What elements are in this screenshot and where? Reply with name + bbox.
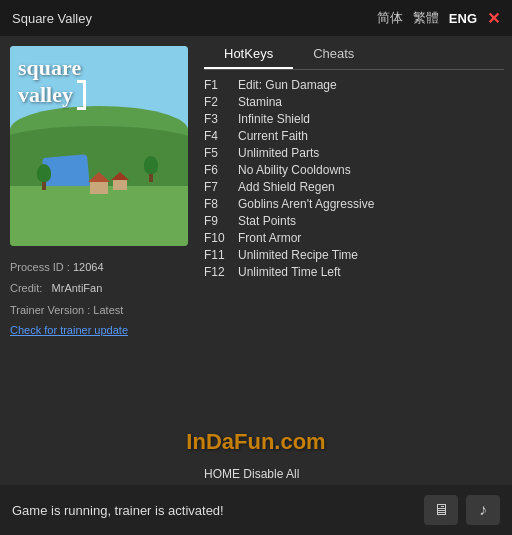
tab-cheats[interactable]: Cheats	[293, 40, 374, 69]
process-id-row: Process ID : 12064	[10, 260, 190, 275]
hotkey-action: Add Shield Regen	[238, 180, 335, 194]
hotkey-key: F3	[204, 112, 238, 126]
trainer-version-label: Trainer Version :	[10, 304, 90, 316]
credit-name: MrAntiFan	[52, 282, 103, 294]
hotkey-row: F8Goblins Aren't Aggressive	[204, 197, 504, 211]
hotkey-key: F7	[204, 180, 238, 194]
lang-english[interactable]: ENG	[449, 11, 477, 26]
monitor-icon: 🖥	[433, 501, 449, 519]
hotkey-key: F5	[204, 146, 238, 160]
hotkey-action: Front Armor	[238, 231, 301, 245]
credit-label: Credit:	[10, 282, 42, 294]
process-id-label: Process ID :	[10, 261, 70, 273]
game-cover-image: square valley	[10, 46, 188, 246]
hotkey-key: F2	[204, 95, 238, 109]
hotkey-row: F7Add Shield Regen	[204, 180, 504, 194]
close-button[interactable]: ✕	[487, 9, 500, 28]
game-title-line1: square	[18, 56, 86, 80]
hotkey-row: F11Unlimited Recipe Time	[204, 248, 504, 262]
hotkey-key: F11	[204, 248, 238, 262]
hotkey-key: F8	[204, 197, 238, 211]
hotkey-action: Edit: Gun Damage	[238, 78, 337, 92]
language-controls: 简体 繁體 ENG ✕	[377, 9, 500, 28]
hotkey-action: No Ability Cooldowns	[238, 163, 351, 177]
hotkey-row: F5Unlimited Parts	[204, 146, 504, 160]
hotkey-row: F2Stamina	[204, 95, 504, 109]
home-disable-all: HOME Disable All	[204, 467, 504, 481]
hotkeys-list: F1Edit: Gun DamageF2StaminaF3Infinite Sh…	[204, 78, 504, 457]
hotkey-row: F12Unlimited Time Left	[204, 265, 504, 279]
status-bar: Game is running, trainer is activated! 🖥…	[0, 485, 512, 535]
credit-row: Credit: MrAntiFan	[10, 281, 190, 296]
window-title: Square Valley	[12, 11, 92, 26]
hotkey-action: Unlimited Time Left	[238, 265, 341, 279]
music-icon: ♪	[479, 501, 487, 519]
right-panel: HotKeys Cheats F1Edit: Gun DamageF2Stami…	[200, 36, 512, 485]
status-icons: 🖥 ♪	[424, 495, 500, 525]
music-icon-button[interactable]: ♪	[466, 495, 500, 525]
main-content: square valley Process ID : 12064 Credit:…	[0, 36, 512, 485]
hotkey-action: Stat Points	[238, 214, 296, 228]
hotkey-row: F6No Ability Cooldowns	[204, 163, 504, 177]
game-title-line2: valley	[18, 83, 73, 107]
hotkey-action: Infinite Shield	[238, 112, 310, 126]
hotkey-key: F6	[204, 163, 238, 177]
tabs-container: HotKeys Cheats	[204, 40, 504, 70]
hotkey-action: Unlimited Recipe Time	[238, 248, 358, 262]
title-bar: Square Valley 简体 繁體 ENG ✕	[0, 0, 512, 36]
monitor-icon-button[interactable]: 🖥	[424, 495, 458, 525]
hotkey-row: F1Edit: Gun Damage	[204, 78, 504, 92]
hotkey-action: Goblins Aren't Aggressive	[238, 197, 374, 211]
info-section: Process ID : 12064 Credit: MrAntiFan Tra…	[10, 260, 190, 336]
lang-traditional[interactable]: 繁體	[413, 9, 439, 27]
hotkey-action: Current Faith	[238, 129, 308, 143]
left-panel: square valley Process ID : 12064 Credit:…	[0, 36, 200, 485]
hotkey-key: F10	[204, 231, 238, 245]
trainer-version-row: Trainer Version : Latest	[10, 303, 190, 318]
check-update-link[interactable]: Check for trainer update	[10, 324, 190, 336]
hotkey-key: F4	[204, 129, 238, 143]
hotkey-key: F9	[204, 214, 238, 228]
hotkey-key: F1	[204, 78, 238, 92]
hotkey-row: F3Infinite Shield	[204, 112, 504, 126]
hotkey-key: F12	[204, 265, 238, 279]
process-id-value: 12064	[73, 261, 104, 273]
game-title-overlay: square valley	[18, 56, 86, 110]
hotkey-row: F10Front Armor	[204, 231, 504, 245]
lang-simplified[interactable]: 简体	[377, 9, 403, 27]
trainer-version-value: Latest	[93, 304, 123, 316]
tab-hotkeys[interactable]: HotKeys	[204, 40, 293, 69]
hotkey-action: Unlimited Parts	[238, 146, 319, 160]
hotkey-action: Stamina	[238, 95, 282, 109]
hotkey-row: F9Stat Points	[204, 214, 504, 228]
status-message: Game is running, trainer is activated!	[12, 503, 224, 518]
hotkey-row: F4Current Faith	[204, 129, 504, 143]
